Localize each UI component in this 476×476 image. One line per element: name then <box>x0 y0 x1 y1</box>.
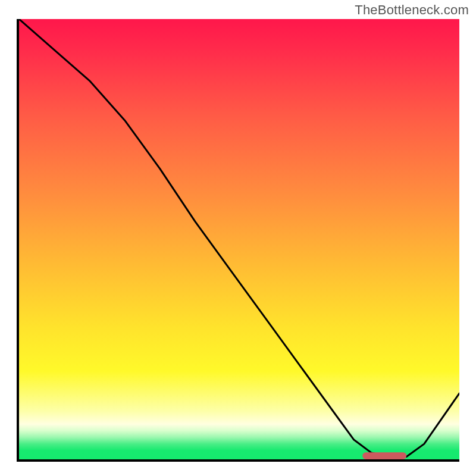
optimal-range-marker <box>362 452 406 459</box>
bottleneck-curve <box>19 19 459 457</box>
plot-area <box>17 19 459 462</box>
chart-wrapper: TheBottleneck.com <box>0 0 476 476</box>
curve-svg <box>19 19 459 459</box>
watermark-text: TheBottleneck.com <box>355 2 469 18</box>
